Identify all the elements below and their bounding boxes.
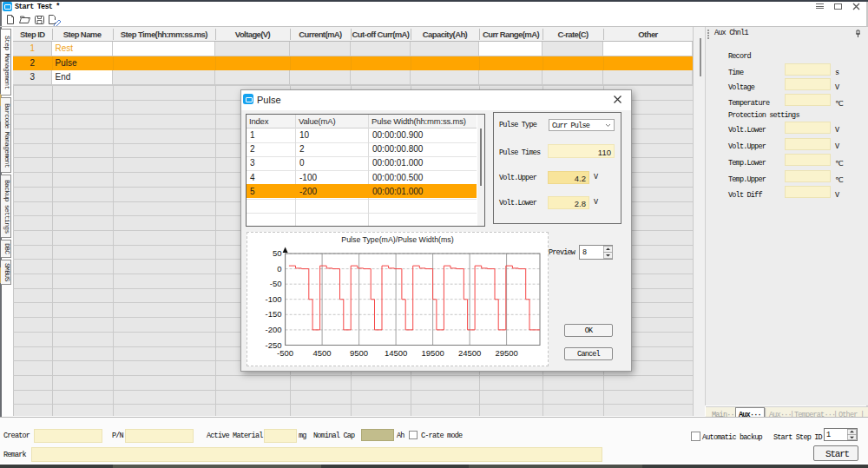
svg-text:4500: 4500 [313, 348, 332, 358]
svg-text:-150: -150 [266, 309, 282, 319]
svg-text:14500: 14500 [385, 348, 407, 358]
svg-text:-50: -50 [270, 279, 282, 288]
svg-text:19500: 19500 [421, 348, 444, 358]
svg-text:50: 50 [273, 248, 282, 258]
svg-text:0: 0 [277, 264, 281, 274]
svg-text:24500: 24500 [458, 348, 481, 358]
svg-text:9500: 9500 [350, 348, 368, 358]
svg-text:-100: -100 [266, 294, 282, 304]
svg-text:-200: -200 [266, 325, 282, 334]
svg-text:29500: 29500 [495, 348, 517, 358]
svg-text:-500: -500 [277, 348, 293, 358]
